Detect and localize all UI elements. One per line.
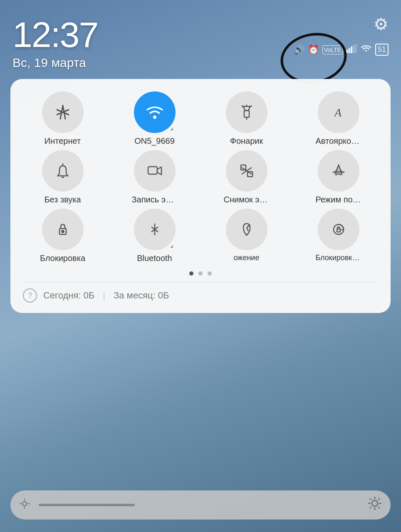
- tile-wifi-label: ON5_9669: [134, 136, 175, 146]
- control-panel: Интернет ON5_9669: [10, 79, 391, 313]
- svg-rect-4: [355, 44, 357, 53]
- svg-line-46: [370, 507, 371, 508]
- tile-flashlight-label: Фонарик: [230, 136, 263, 146]
- tile-screen-record-circle[interactable]: [134, 150, 176, 192]
- tile-lock-rotate-circle[interactable]: [42, 209, 84, 250]
- svg-marker-19: [157, 167, 161, 175]
- svg-rect-10: [244, 111, 249, 117]
- alarm-icon: ⏰: [308, 44, 319, 55]
- tile-bluetooth-circle[interactable]: [134, 209, 176, 250]
- svg-point-33: [22, 502, 27, 506]
- data-usage-icon: ?: [23, 288, 37, 303]
- quick-tiles-grid: Интернет ON5_9669: [19, 91, 382, 263]
- tile-location-label: ожение: [234, 254, 260, 262]
- tile-auto-brightness-label: Автояркость: [316, 136, 361, 146]
- tile-flashlight[interactable]: Фонарик: [203, 91, 290, 146]
- svg-point-38: [372, 500, 378, 506]
- svg-line-13: [242, 106, 243, 107]
- tile-wifi[interactable]: ON5_9669: [111, 91, 198, 146]
- svg-point-27: [62, 231, 64, 233]
- today-usage: Сегодня: 0Б: [43, 290, 94, 301]
- svg-line-30: [247, 228, 248, 231]
- tile-internet-label: Интернет: [45, 136, 81, 146]
- brightness-max-icon: [367, 496, 382, 515]
- pagination-dots: [19, 271, 382, 276]
- clock-area: 12:37 Вс, 19 марта: [12, 12, 98, 70]
- tile-auto-lock-circle[interactable]: [318, 209, 359, 250]
- tile-airplane-label: Режим полета: [316, 195, 361, 204]
- svg-rect-18: [148, 167, 157, 174]
- svg-rect-2: [351, 47, 352, 53]
- status-bar-icons: 🔊 ⏰ VoLTE 51: [293, 44, 389, 56]
- tile-location-circle[interactable]: [226, 209, 267, 250]
- svg-rect-3: [353, 45, 354, 53]
- wifi-arrow: [170, 128, 173, 131]
- tile-screen-record-label: Запись экрана: [132, 195, 178, 204]
- tile-internet-circle[interactable]: [42, 91, 84, 133]
- data-sep: |: [103, 290, 105, 301]
- pagination-dot-3: [208, 271, 212, 276]
- svg-rect-0: [346, 50, 348, 53]
- volume-icon: 🔊: [293, 44, 304, 55]
- tile-auto-brightness[interactable]: A Автояркость: [295, 91, 382, 146]
- settings-icon[interactable]: ⚙: [374, 15, 389, 34]
- clock-time: 12:37: [12, 17, 98, 52]
- battery-indicator: 51: [375, 44, 389, 56]
- svg-rect-32: [337, 229, 340, 232]
- battery-level: 51: [378, 45, 386, 54]
- svg-line-43: [370, 498, 371, 500]
- wifi-status-icon: [360, 44, 372, 56]
- volte-icon: VoLTE: [322, 45, 343, 54]
- tile-screenshot-circle[interactable]: [226, 150, 267, 192]
- panel-divider: [23, 282, 378, 282]
- tile-flashlight-circle[interactable]: [226, 91, 267, 133]
- pagination-dot-2: [198, 271, 203, 276]
- brightness-slider[interactable]: [10, 490, 391, 520]
- tile-internet[interactable]: Интернет: [19, 91, 106, 146]
- svg-point-9: [153, 116, 156, 119]
- tile-silent-label: Без звука: [44, 195, 81, 204]
- svg-line-45: [378, 498, 380, 500]
- tile-auto-lock-label: Блокировка ор: [316, 254, 361, 262]
- svg-line-44: [378, 507, 380, 508]
- tile-airplane[interactable]: Режим полета: [295, 150, 382, 204]
- signal-bars-icon: [346, 44, 357, 56]
- clock-date: Вс, 19 марта: [12, 56, 98, 70]
- brightness-track[interactable]: [39, 504, 359, 506]
- tile-wifi-circle[interactable]: [134, 91, 176, 133]
- svg-rect-1: [348, 48, 350, 53]
- tile-auto-brightness-circle[interactable]: A: [318, 91, 359, 133]
- tile-bluetooth[interactable]: Bluetooth: [111, 209, 198, 263]
- tile-auto-lock[interactable]: Блокировка ор: [295, 209, 382, 263]
- tile-lock-rotate-label: Блокировка: [40, 254, 85, 263]
- data-usage-row: ? Сегодня: 0Б | За месяц: 0Б: [19, 288, 382, 305]
- tile-screenshot[interactable]: Снимок экрана: [203, 150, 290, 204]
- tile-location[interactable]: ожение: [203, 209, 290, 263]
- svg-line-14: [250, 106, 252, 107]
- month-usage: За месяц: 0Б: [114, 290, 169, 301]
- brightness-min-icon: [19, 498, 30, 512]
- tile-silent-circle[interactable]: [42, 150, 84, 192]
- svg-text:A: A: [334, 106, 342, 119]
- tile-screen-record[interactable]: Запись экрана: [111, 150, 198, 204]
- bluetooth-arrow: [170, 245, 173, 248]
- pagination-dot-1: [189, 271, 193, 276]
- tile-silent[interactable]: Без звука: [19, 150, 106, 204]
- tile-screenshot-label: Снимок экрана: [224, 195, 270, 204]
- tile-bluetooth-label: Bluetooth: [137, 254, 172, 263]
- tile-lock-rotate[interactable]: Блокировка: [19, 209, 106, 263]
- brightness-fill: [39, 504, 135, 506]
- tile-airplane-circle[interactable]: [318, 150, 359, 192]
- svg-marker-11: [243, 106, 250, 111]
